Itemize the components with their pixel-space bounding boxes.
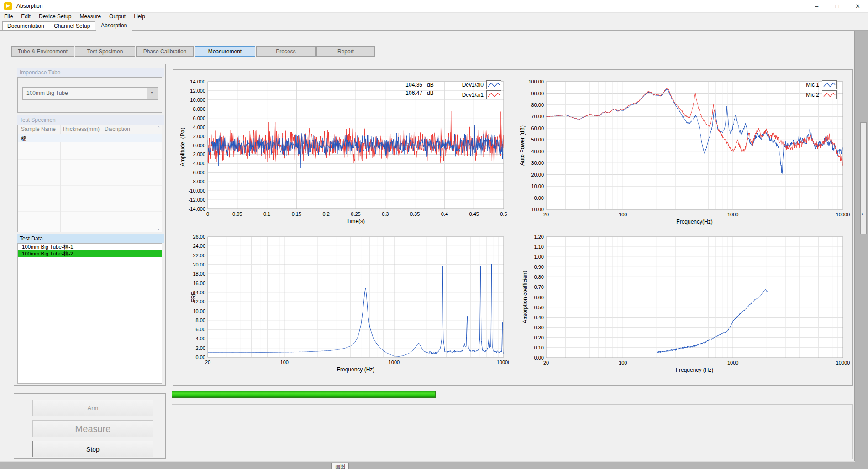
chevron-down-icon[interactable] <box>147 88 158 99</box>
tube-select[interactable]: 100mm Big Tube <box>22 87 158 100</box>
specimen-table[interactable]: Sample Name Thickness(mm) Discription 棉 … <box>17 125 162 232</box>
window-right-border <box>854 31 855 461</box>
impedance-tube-box: 100mm Big Tube <box>17 77 162 113</box>
scroll-up-icon[interactable]: ⌃ <box>157 126 160 130</box>
impedance-tube-header: Impendace Tube <box>17 68 164 77</box>
progress-bar <box>172 391 436 398</box>
mic1-level-unit: dB <box>427 82 434 89</box>
legend-label: Dev1/ai1 <box>455 92 484 98</box>
taskbar-strip: 画图 <box>0 462 855 469</box>
message-panel <box>172 404 853 459</box>
taskbar-paint-button[interactable]: 画图 <box>331 463 349 469</box>
mic2-level-unit: dB <box>427 90 434 97</box>
legend-label: Dev1/ai0 <box>455 82 484 88</box>
list-item-selected[interactable]: 100mm Big Tube-棉-2 <box>18 250 162 257</box>
stop-button[interactable]: Stop <box>32 441 153 457</box>
mic2-level-readout: 106.47 dB <box>400 90 434 97</box>
legend-mic2[interactable]: Mic 2 <box>799 90 837 99</box>
waveform-icon-red <box>822 90 837 99</box>
subtab-test-specimen[interactable]: Test Specimen <box>75 46 135 57</box>
tube-select-value: 100mm Big Tube <box>26 90 68 96</box>
menu-measure[interactable]: Measure <box>75 13 105 21</box>
subtab-tube-environment[interactable]: Tube & Environment <box>11 46 74 57</box>
subtab-measurement[interactable]: Measurement <box>195 46 255 57</box>
menu-device-setup[interactable]: Device Setup <box>35 13 75 21</box>
close-button[interactable]: ✕ <box>847 0 868 12</box>
mic1-level-readout: 104.35 dB <box>400 82 434 89</box>
legend-label: Mic 1 <box>799 82 819 88</box>
background-window-strip: ‹ <box>855 31 868 469</box>
cell-sample-name: 棉 <box>21 135 26 143</box>
menu-edit[interactable]: Edit <box>17 13 35 21</box>
menu-help[interactable]: Help <box>130 13 149 21</box>
list-item[interactable]: 100mm Big Tube-棉-1 <box>18 244 162 250</box>
test-data-header: Test Data <box>17 234 164 243</box>
tab-absorption[interactable]: Absorption <box>96 21 132 31</box>
test-specimen-header: Test Specimen <box>17 115 164 125</box>
cursor-icon: ‹ <box>861 211 863 216</box>
menu-output[interactable]: Output <box>105 13 130 21</box>
subtab-phase-calibration[interactable]: Phase Calibration <box>136 46 194 57</box>
left-panel: Impendace Tube 100mm Big Tube Test Speci… <box>14 64 166 386</box>
legend-label: Mic 2 <box>799 92 819 98</box>
minimize-button[interactable]: – <box>806 0 827 12</box>
waveform-icon-red <box>486 90 501 99</box>
menu-file[interactable]: File <box>0 13 17 21</box>
legend-dev1-ai0[interactable]: Dev1/ai0 <box>455 80 501 89</box>
charts-panel <box>173 69 853 386</box>
arm-button[interactable]: Arm <box>32 400 153 416</box>
title-bar: Absorption – □ ✕ <box>0 0 868 13</box>
waveform-icon-blue <box>822 80 837 89</box>
scroll-down-icon[interactable]: ⌄ <box>157 226 160 231</box>
col-discription: Discription <box>105 126 130 132</box>
window-title: Absorption <box>16 3 42 9</box>
mic1-level-value: 104.35 <box>400 82 422 89</box>
main-tab-strip: Documentation Channel Setup Absorption <box>0 21 868 31</box>
measure-button[interactable]: Measure <box>32 420 153 437</box>
col-sample-name: Sample Name <box>21 126 56 132</box>
table-row[interactable]: 棉 <box>18 134 162 142</box>
waveform-icon-blue <box>486 80 501 89</box>
mic2-level-value: 106.47 <box>400 90 422 97</box>
app-window: Absorption – □ ✕ File Edit Device Setup … <box>0 0 868 469</box>
app-icon <box>4 2 12 10</box>
tab-channel-setup[interactable]: Channel Setup <box>49 21 95 31</box>
test-data-list[interactable]: 100mm Big Tube-棉-1 100mm Big Tube-棉-2 <box>17 243 162 384</box>
tab-documentation[interactable]: Documentation <box>2 21 49 31</box>
col-thickness: Thickness(mm) <box>62 126 100 132</box>
scrollbar[interactable] <box>860 122 867 234</box>
specimen-table-header: Sample Name Thickness(mm) Discription <box>18 125 162 135</box>
subtab-process[interactable]: Process <box>256 46 316 57</box>
legend-dev1-ai1[interactable]: Dev1/ai1 <box>455 90 501 99</box>
menu-bar: File Edit Device Setup Measure Output He… <box>0 13 868 21</box>
maximize-button[interactable]: □ <box>827 0 847 12</box>
subtab-report[interactable]: Report <box>316 46 375 57</box>
action-panel: Arm Measure Stop <box>14 393 166 459</box>
legend-mic1[interactable]: Mic 1 <box>799 80 837 89</box>
